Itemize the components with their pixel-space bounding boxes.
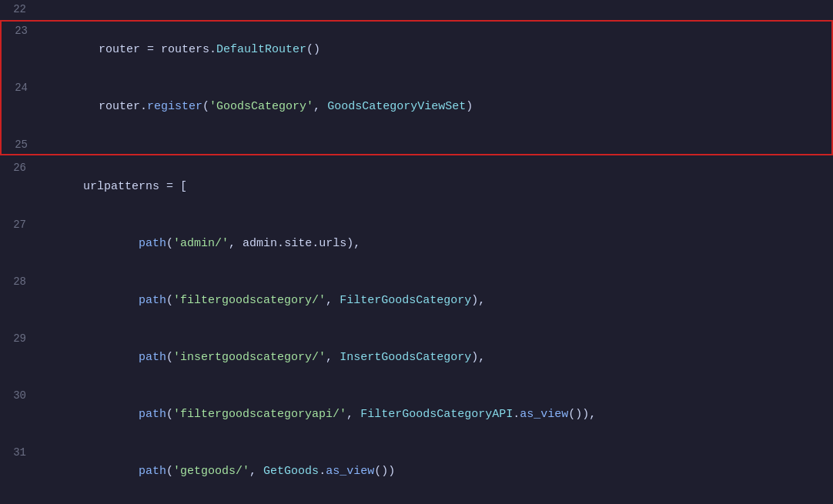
line-number-29: 29 <box>0 330 38 347</box>
line-content-29: path('insertgoodscategory/', InsertGoods… <box>38 330 833 386</box>
line-number-24: 24 <box>2 79 40 96</box>
line-number-32: 32 <box>0 501 38 504</box>
line-number-26: 26 <box>0 159 38 176</box>
line-number-31: 31 <box>0 444 38 461</box>
line-content-23: router = routers.DefaultRouter() <box>40 22 831 78</box>
line-22: 22 <box>0 0 833 20</box>
line-28: 28 path('filtergoodscategory/', FilterGo… <box>0 272 833 329</box>
line-content-24: router.register('GoodsCategory', GoodsCa… <box>40 79 831 135</box>
line-23: 23 router = routers.DefaultRouter() <box>2 22 831 78</box>
line-content-31: path('getgoods/', GetGoods.as_view()) <box>38 444 833 499</box>
line-25: 25 <box>2 135 831 154</box>
code-editor: 22 23 router = routers.DefaultRouter() 2… <box>0 0 833 504</box>
line-24: 24 router.register('GoodsCategory', Good… <box>2 78 831 135</box>
line-content-30: path('filtergoodscategoryapi/', FilterGo… <box>38 387 833 442</box>
line-27: 27 path('admin/', admin.site.urls), <box>0 215 833 272</box>
line-number-25: 25 <box>2 136 40 153</box>
line-30: 30 path('filtergoodscategoryapi/', Filte… <box>0 386 833 443</box>
line-content-32: ] <box>38 501 833 504</box>
line-content-26: urlpatterns = [ <box>38 159 833 215</box>
line-number-27: 27 <box>0 216 38 233</box>
line-number-30: 30 <box>0 387 38 404</box>
line-number-22: 22 <box>0 1 38 18</box>
line-29: 29 path('insertgoodscategory/', InsertGo… <box>0 329 833 386</box>
line-26: 26 urlpatterns = [ <box>0 159 833 215</box>
line-number-23: 23 <box>2 22 40 39</box>
line-number-28: 28 <box>0 273 38 290</box>
line-content-28: path('filtergoodscategory/', FilterGoods… <box>38 273 833 329</box>
token-router: router <box>99 43 140 56</box>
line-32: 32 ] <box>0 500 833 504</box>
line-31: 31 path('getgoods/', GetGoods.as_view()) <box>0 443 833 500</box>
line-content-27: path('admin/', admin.site.urls), <box>38 216 833 272</box>
